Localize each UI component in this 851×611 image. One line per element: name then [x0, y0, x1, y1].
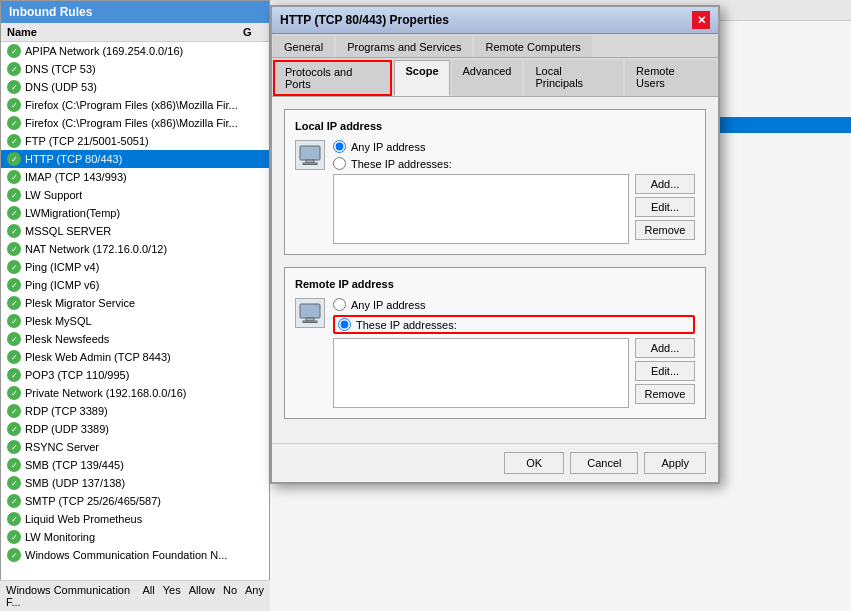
local-any-radio[interactable] — [333, 140, 346, 153]
remote-any-radio-row: Any IP address — [333, 298, 695, 311]
remote-ip-icon — [295, 298, 325, 328]
tab-remote-computers[interactable]: Remote Computers — [474, 36, 591, 57]
svg-rect-0 — [300, 146, 320, 160]
dialog-buttons: OK Cancel Apply — [272, 443, 718, 482]
tab-programs-services[interactable]: Programs and Services — [336, 36, 472, 57]
check-icon — [7, 44, 21, 58]
list-item[interactable]: Firefox (C:\Program Files (x86)\Mozilla … — [1, 96, 269, 114]
local-ip-title: Local IP address — [295, 120, 695, 132]
tab-general[interactable]: General — [273, 36, 334, 57]
svg-rect-2 — [303, 163, 317, 165]
check-icon — [7, 188, 21, 202]
check-icon — [7, 80, 21, 94]
list-item[interactable]: RDP (TCP 3389) — [1, 402, 269, 420]
list-item[interactable]: Plesk Web Admin (TCP 8443) — [1, 348, 269, 366]
remote-ip-inner: Any IP address These IP addresses: Add..… — [295, 298, 695, 408]
remote-any-radio[interactable] — [333, 298, 346, 311]
check-icon — [7, 404, 21, 418]
list-item[interactable]: SMTP (TCP 25/26/465/587) — [1, 492, 269, 510]
list-item[interactable]: Ping (ICMP v4) — [1, 258, 269, 276]
close-button[interactable]: ✕ — [692, 11, 710, 29]
list-item[interactable]: POP3 (TCP 110/995) — [1, 366, 269, 384]
tab-scope[interactable]: Scope — [394, 60, 449, 96]
check-icon — [7, 494, 21, 508]
check-icon — [7, 98, 21, 112]
check-icon — [7, 314, 21, 328]
tab-local-principals[interactable]: Local Principals — [524, 60, 623, 96]
tabs-row-1: General Programs and Services Remote Com… — [272, 34, 718, 58]
tab-content-scope: Local IP address Any IP address — [272, 97, 718, 443]
list-item[interactable]: RDP (UDP 3389) — [1, 420, 269, 438]
tab-advanced[interactable]: Advanced — [452, 60, 523, 96]
list-item[interactable]: RSYNC Server — [1, 438, 269, 456]
list-item[interactable]: SMB (UDP 137/138) — [1, 474, 269, 492]
list-item[interactable]: NAT Network (172.16.0.0/12) — [1, 240, 269, 258]
check-icon — [7, 548, 21, 562]
remote-edit-button[interactable]: Edit... — [635, 361, 695, 381]
remote-ip-section: Remote IP address Any IP address — [284, 267, 706, 419]
local-ip-listbox[interactable] — [333, 174, 629, 244]
remote-add-button[interactable]: Add... — [635, 338, 695, 358]
remote-ip-listbox[interactable] — [333, 338, 629, 408]
ok-button[interactable]: OK — [504, 452, 564, 474]
list-item[interactable]: FTP (TCP 21/5001-5051) — [1, 132, 269, 150]
local-these-radio[interactable] — [333, 157, 346, 170]
list-item[interactable]: MSSQL SERVER — [1, 222, 269, 240]
list-item[interactable]: LW Monitoring — [1, 528, 269, 546]
check-icon — [7, 224, 21, 238]
local-add-button[interactable]: Add... — [635, 174, 695, 194]
list-item[interactable]: APIPA Network (169.254.0.0/16) — [1, 42, 269, 60]
local-these-radio-row: These IP addresses: — [333, 157, 695, 170]
svg-rect-5 — [303, 321, 317, 323]
local-remove-button[interactable]: Remove — [635, 220, 695, 240]
check-icon — [7, 134, 21, 148]
remote-these-radio[interactable] — [338, 318, 351, 331]
tab-remote-users[interactable]: Remote Users — [625, 60, 717, 96]
remote-these-radio-row: These IP addresses: — [333, 315, 695, 334]
list-item[interactable]: Liquid Web Prometheus — [1, 510, 269, 528]
check-icon — [7, 386, 21, 400]
local-ip-buttons: Add... Edit... Remove — [635, 174, 695, 244]
local-edit-button[interactable]: Edit... — [635, 197, 695, 217]
local-ip-section: Local IP address Any IP address — [284, 109, 706, 255]
local-any-radio-row: Any IP address — [333, 140, 695, 153]
tabs-row-2: Protocols and Ports Scope Advanced Local… — [272, 58, 718, 97]
inbound-column-header: Name G — [1, 23, 269, 42]
bottom-col6: Any — [245, 584, 264, 608]
check-icon — [7, 242, 21, 256]
list-item[interactable]: SMB (TCP 139/445) — [1, 456, 269, 474]
dialog-title: HTTP (TCP 80/443) Properties — [280, 13, 449, 27]
list-item[interactable]: Ping (ICMP v6) — [1, 276, 269, 294]
dialog-titlebar: HTTP (TCP 80/443) Properties ✕ — [272, 7, 718, 34]
list-item-http[interactable]: HTTP (TCP 80/443) — [1, 150, 269, 168]
list-item[interactable]: Plesk Newsfeeds — [1, 330, 269, 348]
bottom-status-bar: Windows Communication F... All Yes Allow… — [0, 580, 270, 611]
bottom-col4: Allow — [189, 584, 215, 608]
list-item[interactable]: LW Support — [1, 186, 269, 204]
tab-protocols-ports[interactable]: Protocols and Ports — [273, 60, 392, 96]
local-ip-list-area: Add... Edit... Remove — [333, 174, 695, 244]
remote-ip-buttons: Add... Edit... Remove — [635, 338, 695, 408]
name-column-header: Name — [7, 26, 243, 38]
list-item[interactable]: DNS (UDP 53) — [1, 78, 269, 96]
list-item[interactable]: LWMigration(Temp) — [1, 204, 269, 222]
apply-button[interactable]: Apply — [644, 452, 706, 474]
list-item[interactable]: Windows Communication Foundation N... — [1, 546, 269, 564]
list-item[interactable]: DNS (TCP 53) — [1, 60, 269, 78]
list-item[interactable]: Private Network (192.168.0.0/16) — [1, 384, 269, 402]
check-icon — [7, 512, 21, 526]
check-icon — [7, 206, 21, 220]
check-icon — [7, 296, 21, 310]
check-icon — [7, 62, 21, 76]
list-item[interactable]: IMAP (TCP 143/993) — [1, 168, 269, 186]
check-icon — [7, 278, 21, 292]
bottom-col2: All — [142, 584, 154, 608]
list-item[interactable]: Plesk Migrator Service — [1, 294, 269, 312]
bottom-col5: No — [223, 584, 237, 608]
list-item[interactable]: Firefox (C:\Program Files (x86)\Mozilla … — [1, 114, 269, 132]
check-icon — [7, 260, 21, 274]
cancel-button[interactable]: Cancel — [570, 452, 638, 474]
list-item[interactable]: Plesk MySQL — [1, 312, 269, 330]
remote-remove-button[interactable]: Remove — [635, 384, 695, 404]
bottom-col1: Windows Communication F... — [6, 584, 134, 608]
